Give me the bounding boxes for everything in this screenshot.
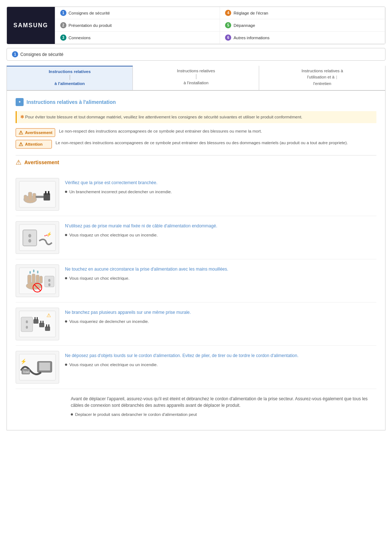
breadcrumb-badge: 1 bbox=[12, 51, 18, 57]
svg-text:⚡: ⚡ bbox=[20, 358, 27, 365]
svg-point-21 bbox=[33, 270, 34, 272]
tab-installation[interactable]: Instructions relativesà l'installation bbox=[133, 66, 259, 90]
symbol-legend: ⚠ Avertissement Le non-respect des instr… bbox=[16, 128, 376, 149]
illus-plug bbox=[16, 178, 59, 211]
outlet-svg: ⚡ bbox=[17, 223, 57, 252]
svg-rect-2 bbox=[28, 192, 32, 200]
avert-heading: ⚠ Avertissement bbox=[16, 155, 376, 169]
illus-multi: ⚠ bbox=[16, 308, 59, 340]
nav-item-6[interactable]: 6 Autres informations bbox=[220, 32, 385, 44]
safety-item-5: Avant de déplacer l'appareil, assurez-vo… bbox=[16, 389, 376, 423]
nav-item-2[interactable]: 2 Présentation du produit bbox=[55, 19, 220, 32]
safety-text-1: N'utilisez pas de prise murale mal fixée… bbox=[65, 221, 376, 238]
safety-bullet-5: Deplacer le produit sans debrancher le c… bbox=[71, 412, 376, 418]
svg-point-22 bbox=[37, 271, 38, 274]
bullet-dot-1 bbox=[65, 234, 67, 236]
nav-grid: 1 Consignes de sécurité 4 Réglage de l'é… bbox=[55, 7, 385, 44]
bullet-dot-4 bbox=[65, 364, 67, 366]
svg-rect-4 bbox=[24, 195, 27, 200]
safety-text-0: Vérifiez que la prise est correctement b… bbox=[65, 178, 376, 195]
plug-svg bbox=[17, 179, 57, 209]
safety-text-5: Avant de déplacer l'appareil, assurez-vo… bbox=[71, 394, 376, 418]
svg-rect-8 bbox=[48, 191, 49, 195]
illus-cord: load ⚡ bbox=[16, 351, 59, 384]
safety-item-3: ⚠ Ne branchez pas plusieurs appareils su… bbox=[16, 303, 376, 346]
safety-bullet-text-3: Vous risqueriez de declencher un incendi… bbox=[69, 319, 149, 325]
safety-item-0: Vérifiez que la prise est correctement b… bbox=[16, 173, 376, 216]
safety-bullet-3: Vous risqueriez de declencher un incendi… bbox=[65, 319, 376, 325]
top-bar: SAMSUNG 1 Consignes de sécurité 4 Réglag… bbox=[7, 7, 385, 44]
bullet-dot-5 bbox=[71, 413, 73, 416]
svg-rect-29 bbox=[21, 317, 33, 332]
svg-rect-40 bbox=[48, 324, 49, 327]
nav-badge-4: 4 bbox=[225, 10, 231, 16]
svg-rect-10 bbox=[23, 230, 37, 246]
safety-bullet-text-0: Un branchement incorrect peut declencher… bbox=[69, 189, 172, 195]
tab-entretien[interactable]: Instructions relatives àl'utilisation et… bbox=[259, 66, 385, 90]
svg-rect-44 bbox=[39, 362, 50, 370]
tab-entretien-label: Instructions relatives àl'utilisation et… bbox=[302, 69, 343, 86]
section-heading: Instructions relatives à l'alimentation bbox=[16, 98, 376, 106]
nav-item-3[interactable]: 3 Connexions bbox=[55, 32, 220, 44]
attention-text: Le non-respect des instructions accompag… bbox=[56, 140, 348, 146]
safety-bullet-text-1: Vous risquez un choc electrique ou un in… bbox=[69, 232, 158, 238]
illus-outlet: ⚡ bbox=[16, 221, 59, 254]
svg-rect-18 bbox=[40, 276, 42, 283]
logo: SAMSUNG bbox=[13, 22, 48, 29]
nav-badge-5: 5 bbox=[225, 22, 231, 28]
svg-point-31 bbox=[26, 326, 28, 329]
section-heading-icon bbox=[16, 98, 24, 106]
tab-alimentation[interactable]: Instructions relativesà l'alimentation bbox=[7, 66, 133, 90]
safety-title-0: Vérifiez que la prise est correctement b… bbox=[65, 179, 376, 186]
safety-bullet-text-2: Vous risquez un choc electrique. bbox=[69, 275, 130, 281]
safety-bullet-0: Un branchement incorrect peut declencher… bbox=[65, 189, 376, 195]
safety-item-2: Ne touchez en aucune circonstance la pri… bbox=[16, 259, 376, 303]
safety-title-3: Ne branchez pas plusieurs appareils sur … bbox=[65, 309, 376, 316]
svg-rect-35 bbox=[39, 323, 44, 327]
safety-text-3: Ne branchez pas plusieurs appareils sur … bbox=[65, 308, 376, 325]
nav-label-4: Réglage de l'écran bbox=[233, 11, 268, 15]
safety-text-4: Ne déposez pas d'objets lourds sur le co… bbox=[65, 351, 376, 368]
safety-item-4: load ⚡ Ne déposez pas d'objets lourds su… bbox=[16, 346, 376, 389]
avertissement-icon: ⚠ bbox=[19, 130, 23, 135]
attention-icon: ⚠ bbox=[19, 141, 23, 147]
breadcrumb: 1 Consignes de sécurité bbox=[7, 48, 385, 61]
svg-point-11 bbox=[28, 234, 31, 238]
logo-section: SAMSUNG bbox=[7, 7, 55, 44]
nav-label-3: Connexions bbox=[69, 36, 91, 40]
legend-row-1: ⚠ Attention Le non-respect des instructi… bbox=[16, 140, 376, 149]
nav-badge-2: 2 bbox=[60, 22, 66, 28]
svg-rect-33 bbox=[34, 317, 36, 320]
warning-icon: ✻ bbox=[20, 115, 25, 119]
svg-point-30 bbox=[26, 320, 28, 323]
nav-item-1[interactable]: 1 Consignes de sécurité bbox=[55, 7, 220, 19]
avert-heading-icon: ⚠ bbox=[16, 158, 21, 166]
main-content: Instructions relatives à l'alimentation … bbox=[7, 91, 385, 431]
svg-point-24 bbox=[48, 279, 50, 282]
svg-rect-3 bbox=[33, 193, 36, 200]
safety-bullet-text-4: Vous risquez un choc electrique ou un in… bbox=[69, 362, 158, 368]
nav-badge-6: 6 bbox=[225, 35, 231, 41]
svg-rect-32 bbox=[33, 319, 38, 324]
bullet-dot-0 bbox=[65, 191, 67, 193]
safety-title-1: N'utilisez pas de prise murale mal fixée… bbox=[65, 223, 376, 229]
wet-svg bbox=[17, 266, 57, 296]
svg-rect-38 bbox=[45, 327, 50, 331]
svg-rect-39 bbox=[46, 324, 47, 327]
svg-rect-15 bbox=[28, 275, 31, 284]
avertissement-badge: ⚠ Avertissement bbox=[16, 128, 55, 137]
safety-title-2: Ne touchez en aucune circonstance la pri… bbox=[65, 266, 376, 272]
nav-item-4[interactable]: 4 Réglage de l'écran bbox=[220, 7, 385, 19]
svg-point-19 bbox=[26, 282, 42, 289]
safety-bullet-4: Vous risquez un choc electrique ou un in… bbox=[65, 362, 376, 368]
svg-point-25 bbox=[48, 283, 50, 286]
svg-rect-37 bbox=[42, 321, 44, 324]
avertissement-text: Le non-respect des instructions accompag… bbox=[59, 128, 262, 134]
section-heading-text: Instructions relatives à l'alimentation bbox=[26, 99, 116, 105]
svg-text:⚡: ⚡ bbox=[46, 231, 52, 237]
safety-bullet-1: Vous risquez un choc electrique ou un in… bbox=[65, 232, 376, 238]
attention-badge: ⚠ Attention bbox=[16, 140, 52, 149]
nav-item-5[interactable]: 5 Dépannage bbox=[220, 19, 385, 32]
safety-title-4: Ne déposez pas d'objets lourds sur le co… bbox=[65, 352, 376, 359]
svg-point-20 bbox=[29, 271, 31, 274]
